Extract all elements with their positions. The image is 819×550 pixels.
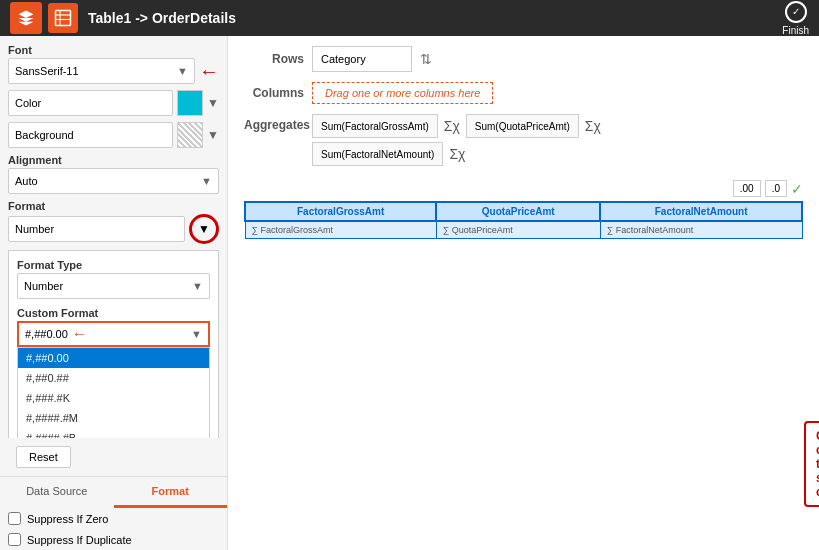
- cell-0-1[interactable]: ∑ QuotaPriceAmt: [436, 221, 600, 239]
- custom-format-arrow: ←: [72, 325, 88, 343]
- tab-data-source[interactable]: Data Source: [0, 477, 114, 508]
- left-content: Font SansSerif-11 ▼ ← Color ▼: [0, 36, 227, 438]
- suppress-zero-label: Suppress If Zero: [27, 513, 108, 525]
- color-group: Color ▼: [8, 90, 219, 116]
- sigma-icon-0[interactable]: Σχ: [444, 118, 460, 134]
- sort-icon[interactable]: ⇅: [420, 51, 432, 67]
- font-chevron-icon: ▼: [177, 65, 188, 77]
- custom-format-label: Custom Format: [17, 307, 210, 319]
- custom-format-input[interactable]: #,##0.00 ← ▼: [17, 321, 210, 347]
- agg-row-0: Sum(FactoralGrossAmt) Σχ Sum(QuotaPriceA…: [312, 114, 803, 138]
- color-swatch[interactable]: [177, 90, 203, 116]
- page-title: Table1 -> OrderDetails: [88, 10, 782, 26]
- suppress-duplicate-checkbox[interactable]: [8, 533, 21, 546]
- format-type-select[interactable]: Number ▼: [17, 273, 210, 299]
- reset-area: Reset: [0, 438, 227, 476]
- decimal-increase-btn[interactable]: .00: [733, 180, 761, 197]
- alignment-group: Alignment Auto ▼: [8, 154, 219, 194]
- format-dropdown-circle[interactable]: ▼: [189, 214, 219, 244]
- format-check-icon[interactable]: ✓: [791, 181, 803, 197]
- aggregates-label: Aggregates: [244, 118, 304, 132]
- color-chevron-icon: ▼: [207, 96, 219, 110]
- sigma-icon-2[interactable]: Σχ: [449, 146, 465, 162]
- font-arrow-annotation: ←: [199, 60, 219, 83]
- table-icon: [48, 3, 78, 33]
- columns-placeholder[interactable]: Drag one or more columns here: [312, 82, 493, 104]
- format-option-0[interactable]: #,##0.00: [18, 348, 209, 368]
- format-option-1[interactable]: #,##0.##: [18, 368, 209, 388]
- table-container: FactoralGrossAmt QuotaPriceAmt FactoralN…: [244, 201, 803, 239]
- format-group: Format Number ▼: [8, 200, 219, 244]
- col-header-0[interactable]: FactoralGrossAmt: [245, 202, 436, 221]
- app-logo-icon: [10, 2, 42, 34]
- rows-row: Rows Category ⇅: [244, 46, 803, 72]
- font-group: Font SansSerif-11 ▼ ←: [8, 44, 219, 84]
- alignment-select[interactable]: Auto ▼: [8, 168, 219, 194]
- rows-label: Rows: [244, 52, 304, 66]
- agg-pill-1[interactable]: Sum(QuotaPriceAmt): [466, 114, 579, 138]
- agg-pill-0[interactable]: Sum(FactoralGrossAmt): [312, 114, 438, 138]
- alignment-label: Alignment: [8, 154, 219, 166]
- finish-check-icon: ✓: [785, 1, 807, 23]
- format-option-2[interactable]: #,###.#K: [18, 388, 209, 408]
- format-label: Format: [8, 200, 219, 212]
- background-swatch[interactable]: [177, 122, 203, 148]
- reset-button[interactable]: Reset: [16, 446, 71, 468]
- cell-0-0[interactable]: ∑ FactoralGrossAmt: [245, 221, 436, 239]
- custom-format-chevron-icon: ▼: [191, 328, 202, 340]
- format-type-chevron-icon: ▼: [192, 280, 203, 292]
- format-trigger[interactable]: Number: [8, 216, 185, 242]
- format-dropdown-chevron-icon: ▼: [198, 222, 210, 236]
- format-options-list: #,##0.00 #,##0.## #,###.#K #,####.#M #,#…: [17, 347, 210, 438]
- suppress-duplicate-label: Suppress If Duplicate: [27, 534, 132, 546]
- format-option-4[interactable]: #,####.#B: [18, 428, 209, 438]
- cell-0-2[interactable]: ∑ FactoralNetAmount: [600, 221, 802, 239]
- tab-format[interactable]: Format: [114, 477, 228, 508]
- table-toolbar: .00 .0 ✓: [244, 180, 803, 197]
- font-label: Font: [8, 44, 219, 56]
- app-header: Table1 -> OrderDetails ✓ Finish: [0, 0, 819, 36]
- columns-label: Columns: [244, 86, 304, 100]
- table-header-row: FactoralGrossAmt QuotaPriceAmt FactoralN…: [245, 202, 802, 221]
- suppress-zero-checkbox[interactable]: [8, 512, 21, 525]
- svg-rect-0: [56, 11, 71, 26]
- decimal-decrease-btn[interactable]: .0: [765, 180, 787, 197]
- suppress-duplicate-row: Suppress If Duplicate: [0, 529, 227, 550]
- alignment-chevron-icon: ▼: [201, 175, 212, 187]
- right-panel: Rows Category ⇅ Columns Drag one or more…: [228, 36, 819, 550]
- agg-pill-2[interactable]: Sum(FactoralNetAmount): [312, 142, 443, 166]
- ctrl-click-tooltip: Ctrl-click toselect cells: [804, 421, 819, 507]
- format-type-label: Format Type: [17, 259, 210, 271]
- agg-row-1: Sum(FactoralNetAmount) Σχ: [312, 142, 803, 166]
- col-header-1[interactable]: QuotaPriceAmt: [436, 202, 600, 221]
- table-row: ∑ FactoralGrossAmt ∑ QuotaPriceAmt ∑ Fac…: [245, 221, 802, 239]
- main-layout: Font SansSerif-11 ▼ ← Color ▼: [0, 36, 819, 550]
- bottom-tabs: Data Source Format: [0, 476, 227, 508]
- col-header-2[interactable]: FactoralNetAmount: [600, 202, 802, 221]
- suppress-zero-row: Suppress If Zero: [0, 508, 227, 529]
- background-row: Background ▼: [8, 122, 219, 148]
- sigma-icon-1[interactable]: Σχ: [585, 118, 601, 134]
- aggregates-section: Aggregates Sum(FactoralGrossAmt) Σχ Sum(…: [244, 114, 803, 170]
- font-row: SansSerif-11 ▼ ←: [8, 58, 219, 84]
- color-row: Color ▼: [8, 90, 219, 116]
- columns-row: Columns Drag one or more columns here: [244, 82, 803, 104]
- bg-chevron-icon: ▼: [207, 128, 219, 142]
- data-table: FactoralGrossAmt QuotaPriceAmt FactoralN…: [244, 201, 803, 239]
- color-select[interactable]: Color: [8, 90, 173, 116]
- format-option-3[interactable]: #,####.#M: [18, 408, 209, 428]
- background-select[interactable]: Background: [8, 122, 173, 148]
- rows-field[interactable]: Category: [312, 46, 412, 72]
- format-panel: Format Type Number ▼ Custom Format #,##0…: [8, 250, 219, 438]
- aggregates-content: Sum(FactoralGrossAmt) Σχ Sum(QuotaPriceA…: [312, 114, 803, 170]
- background-group: Background ▼: [8, 122, 219, 148]
- left-panel: Font SansSerif-11 ▼ ← Color ▼: [0, 36, 228, 550]
- font-select[interactable]: SansSerif-11 ▼: [8, 58, 195, 84]
- finish-button[interactable]: ✓ Finish: [782, 1, 809, 36]
